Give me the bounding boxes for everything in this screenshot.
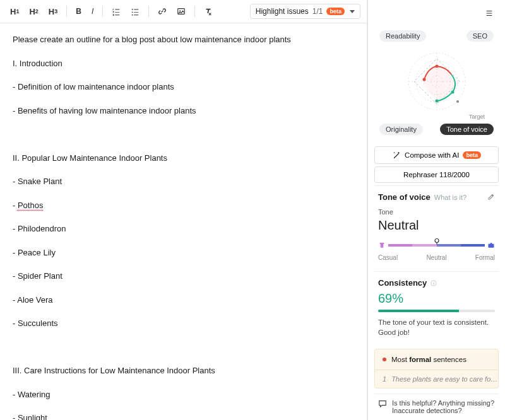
accordion-title: Most formal sentences [391, 356, 466, 363]
svg-rect-16 [490, 243, 492, 244]
bulleted-list-button[interactable] [127, 4, 143, 18]
h1-button[interactable]: H1 [6, 4, 23, 19]
analysis-sidebar: Readability SEO [367, 0, 505, 420]
document-line[interactable]: - Philodendron [13, 223, 354, 235]
image-icon [177, 7, 186, 16]
consistency-bar-fill [378, 310, 459, 312]
document-line[interactable]: - Sunlight [13, 412, 354, 420]
italic-button[interactable]: I [88, 4, 97, 18]
tone-marker [433, 238, 441, 245]
consistency-message: The tone of your text is consistent. Goo… [378, 317, 495, 337]
feedback-prompt[interactable]: Is this helpful? Anything missing? Inacc… [374, 394, 499, 419]
document-line[interactable]: - Definition of low maintenance indoor p… [13, 81, 354, 93]
svg-rect-15 [489, 244, 494, 248]
highlight-issues-dropdown[interactable]: Highlight issues 1/1 beta [250, 4, 360, 19]
highlight-issues-count: 1/1 [312, 7, 323, 16]
document-line[interactable]: - Peace Lily [13, 247, 354, 259]
document-line[interactable]: III. Care Instructions for Low Maintenan… [13, 365, 354, 377]
rephraser-label: Rephraser 118/2000 [403, 171, 470, 178]
pill-originality[interactable]: Originality [379, 124, 423, 135]
pill-readability[interactable]: Readability [379, 30, 426, 42]
link-icon [158, 7, 167, 16]
sidebar-header [368, 0, 505, 24]
svg-point-14 [435, 239, 439, 243]
formal-sentences-accordion[interactable]: Most formal sentences 1 These plants are… [374, 349, 499, 388]
consistency-section: Consistency 69% The tone of your text is… [374, 271, 499, 342]
tone-label: Tone [378, 208, 495, 216]
separator [194, 6, 195, 17]
separator [66, 6, 67, 17]
tone-value: Neutral [378, 218, 495, 233]
svg-point-12 [435, 100, 438, 103]
document-line[interactable]: II. Popular Low Maintenance Indoor Plant… [13, 152, 354, 165]
document-line[interactable] [13, 128, 354, 141]
document-line[interactable]: - Snake Plant [13, 175, 354, 188]
edit-icon[interactable] [487, 193, 495, 201]
item-text: These plants are easy to care fo… [391, 375, 497, 383]
separator [102, 6, 103, 17]
briefcase-icon [487, 242, 495, 249]
accordion-item[interactable]: 1 These plants are easy to care fo… [375, 370, 498, 388]
clear-formatting-button[interactable] [200, 4, 217, 18]
editor-body[interactable]: Please create an outline for a blog post… [0, 23, 367, 420]
bold-button[interactable]: B [72, 4, 85, 18]
consistency-percent: 69% [378, 291, 495, 306]
chevron-down-icon [350, 10, 355, 13]
image-button[interactable] [173, 4, 189, 18]
feedback-text: Is this helpful? Anything missing? Inacc… [392, 399, 495, 414]
metrics-radar-card: Readability SEO [374, 24, 499, 141]
bulleted-list-icon [131, 7, 140, 16]
svg-point-1 [180, 10, 181, 11]
document-line[interactable]: - Watering [13, 388, 354, 401]
tone-title: Tone of voice [378, 192, 431, 202]
editor-toolbar: H1 H2 H3 B I Highlight issues 1/1 beta [0, 0, 367, 23]
separator [148, 6, 149, 17]
h2-button[interactable]: H2 [25, 4, 42, 19]
consistency-title: Consistency [378, 278, 427, 288]
tick-formal: Formal [475, 254, 495, 261]
sidebar-menu-button[interactable] [481, 6, 497, 20]
magic-wand-icon [392, 151, 401, 160]
clear-format-icon [204, 7, 213, 16]
numbered-list-button[interactable] [108, 4, 124, 18]
numbered-list-icon [112, 7, 121, 16]
tone-hint-link[interactable]: What is it? [434, 194, 466, 201]
link-button[interactable] [154, 4, 170, 18]
tone-section: Tone of voice What is it? Tone Neutral [374, 185, 499, 266]
document-line[interactable]: - Succulents [13, 317, 354, 330]
highlight-issues-label: Highlight issues [256, 7, 309, 16]
item-number: 1 [383, 375, 386, 383]
menu-icon [485, 9, 494, 18]
accordion-header[interactable]: Most formal sentences [375, 349, 498, 370]
beta-badge: beta [326, 8, 345, 15]
document-line[interactable]: I. Introduction [13, 57, 354, 70]
document-line[interactable]: Please create an outline for a blog post… [13, 33, 354, 46]
radar-chart [379, 47, 494, 116]
svg-point-11 [451, 91, 454, 94]
document-line[interactable]: - Aloe Vera [13, 294, 354, 306]
tone-scale: Casual Neutral Formal [378, 242, 495, 261]
dot-icon [383, 358, 386, 361]
svg-point-13 [456, 100, 459, 103]
consistency-bar [378, 310, 495, 312]
pill-tone[interactable]: Tone of voice [440, 124, 494, 135]
document-line[interactable]: - Spider Plant [13, 270, 354, 283]
beta-badge: beta [463, 151, 481, 159]
editor-pane: H1 H2 H3 B I Highlight issues 1/1 beta [0, 0, 367, 420]
svg-point-9 [422, 78, 425, 81]
tick-casual: Casual [378, 254, 398, 261]
compose-ai-button[interactable]: Compose with AI beta [374, 146, 499, 164]
document-line[interactable]: - Benefits of having low maintenance ind… [13, 105, 354, 117]
info-icon[interactable] [431, 280, 437, 286]
tick-neutral: Neutral [426, 254, 446, 261]
marker-icon [433, 238, 441, 245]
compose-ai-label: Compose with AI [405, 151, 459, 159]
document-line[interactable]: - Pothos [13, 199, 354, 212]
svg-point-10 [435, 65, 438, 68]
rephraser-button[interactable]: Rephraser 118/2000 [374, 166, 499, 183]
document-line[interactable] [13, 341, 354, 354]
chat-icon [378, 399, 387, 408]
h3-button[interactable]: H3 [45, 4, 61, 19]
pill-seo[interactable]: SEO [466, 30, 494, 42]
shirt-icon [378, 242, 386, 249]
